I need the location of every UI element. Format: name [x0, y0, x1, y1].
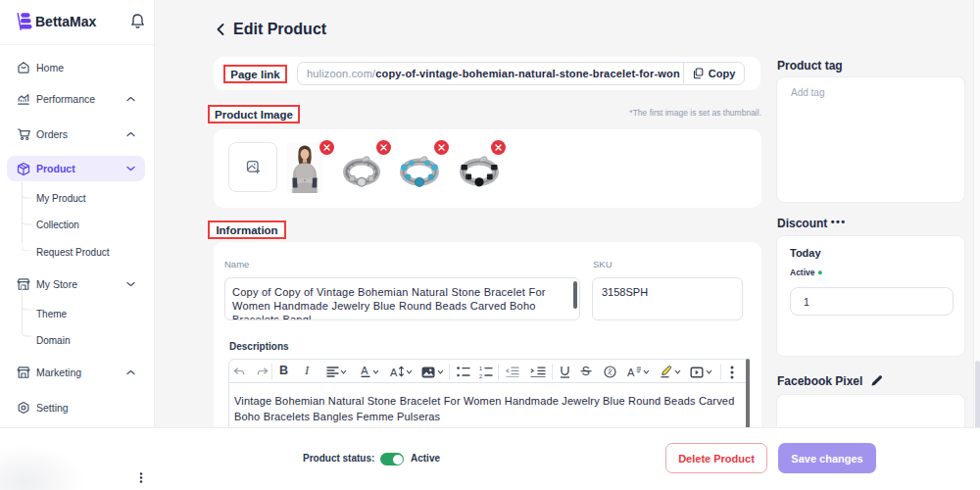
svg-text:2: 2	[479, 373, 482, 379]
svg-text:A: A	[361, 365, 368, 376]
svg-text:A: A	[627, 367, 635, 377]
svg-text:A: A	[390, 367, 398, 378]
svg-text:1: 1	[479, 366, 482, 371]
